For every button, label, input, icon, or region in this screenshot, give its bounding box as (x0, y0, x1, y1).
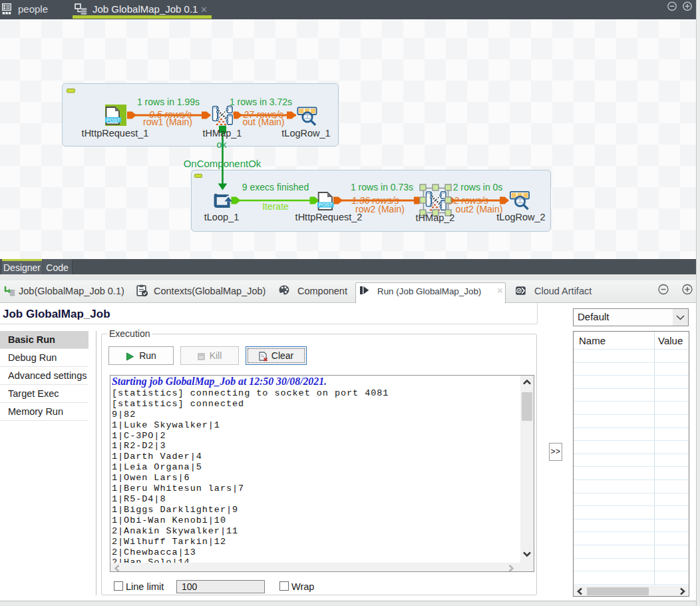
svg-text:out (Main): out (Main) (242, 117, 284, 127)
svg-text:1 rows in 0.73s: 1 rows in 0.73s (351, 182, 413, 192)
svg-text:1 rows in 1.99s: 1 rows in 1.99s (137, 97, 200, 107)
svg-text:Iterate: Iterate (262, 201, 289, 212)
svg-text:out2 (Main): out2 (Main) (456, 204, 503, 214)
svg-text:ok: ok (217, 139, 228, 150)
svg-text:OnComponentOk: OnComponentOk (184, 158, 262, 169)
svg-text:tHttpRequest_2: tHttpRequest_2 (295, 212, 363, 222)
svg-text:2 rows in 0s: 2 rows in 0s (453, 182, 503, 192)
svg-text:1 rows in 3.72s: 1 rows in 3.72s (230, 97, 292, 107)
svg-text:9 execs finished: 9 execs finished (242, 182, 309, 192)
svg-text:tHttpRequest_1: tHttpRequest_1 (82, 128, 149, 139)
svg-text:tLogRow_2: tLogRow_2 (496, 212, 545, 222)
svg-text:row1 (Main): row1 (Main) (143, 117, 192, 127)
svg-text:tHMap_2: tHMap_2 (416, 212, 455, 223)
svg-text:row2 (Main): row2 (Main) (355, 204, 405, 214)
svg-text:tLogRow_1: tLogRow_1 (281, 128, 330, 139)
svg-text:tHMap_1: tHMap_1 (203, 128, 242, 139)
svg-text:tLoop_1: tLoop_1 (204, 212, 239, 222)
svg-text:POST: POST (106, 117, 120, 123)
